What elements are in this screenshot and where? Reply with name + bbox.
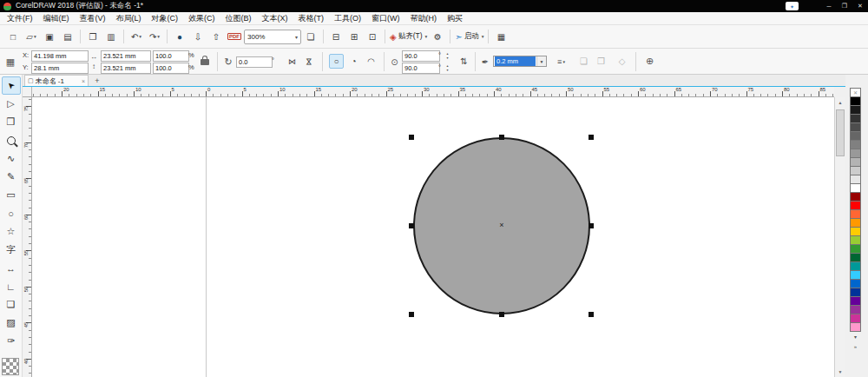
scrollbar-thumb[interactable] <box>836 109 845 156</box>
palette-flyout-button[interactable]: » <box>850 341 861 351</box>
show-rulers-button[interactable]: ⊟ <box>327 29 345 45</box>
freehand-tool[interactable]: ∿ <box>2 149 21 168</box>
x-position-field[interactable]: 41.198 mm <box>31 50 89 62</box>
show-grid-button[interactable]: ⊞ <box>345 29 363 45</box>
selection-handle[interactable] <box>409 135 414 140</box>
transparency-tool[interactable]: ▨ <box>2 314 21 332</box>
selection-handle[interactable] <box>499 135 504 140</box>
parallel-dimension-tool[interactable]: ↔ <box>2 259 21 277</box>
rotation-angle-field[interactable]: 0.0 <box>236 56 273 68</box>
color-swatch[interactable] <box>850 322 861 332</box>
ellipse-mode-button[interactable]: ○ <box>329 54 344 69</box>
change-direction-button[interactable]: ⇅ <box>457 54 471 69</box>
object-height-field[interactable]: 23.521 mm <box>101 63 151 74</box>
menu-item[interactable]: 编辑(E) <box>38 13 75 24</box>
dropdown-arrow-icon[interactable]: ▼ <box>536 56 546 66</box>
scroll-up-button[interactable]: ▲ <box>835 97 845 108</box>
show-guidelines-button[interactable]: ⊡ <box>364 29 381 45</box>
to-front-button[interactable]: ❏ <box>576 54 591 69</box>
horizontal-ruler[interactable]: 2015105051015202530354045505560657075808… <box>32 87 834 97</box>
lock-ratio-icon[interactable] <box>201 59 209 65</box>
outline-width-value[interactable]: 0.2 mm <box>495 56 536 66</box>
palette-scroll-down-button[interactable]: ▾ <box>850 332 861 341</box>
redo-button[interactable]: ↷▾ <box>146 29 163 45</box>
ellipse-tool[interactable]: ○ <box>2 204 21 222</box>
selection-handle[interactable] <box>409 223 414 228</box>
selection-handle[interactable] <box>589 223 594 228</box>
convert-to-curves-button[interactable]: ◇ <box>615 54 629 69</box>
to-back-button[interactable]: ❐ <box>594 54 608 69</box>
publish-pdf-button[interactable]: PDF <box>226 29 243 45</box>
vertical-ruler[interactable]: 7570656055504540 <box>23 97 32 377</box>
paste-button[interactable]: ▥ <box>102 29 120 45</box>
tab-untitled-document[interactable]: ▢ 未命名 -1 × <box>24 75 89 86</box>
scroll-down-button[interactable]: ▼ <box>835 367 845 377</box>
start-angle-spinner[interactable]: ▴▾ <box>444 50 450 60</box>
pie-mode-button[interactable]: ◔ <box>346 54 361 69</box>
tab-close-icon[interactable]: × <box>82 78 85 84</box>
launch-button[interactable]: ➣启动▾ <box>454 29 484 45</box>
import-button[interactable]: ⇩ <box>189 29 207 45</box>
ruler-origin-corner[interactable] <box>23 87 32 97</box>
open-button[interactable]: ▱▾ <box>23 29 40 45</box>
copy-button[interactable]: ❐ <box>84 29 102 45</box>
object-width-field[interactable]: 23.521 mm <box>101 50 151 62</box>
rectangle-tool[interactable]: ▭ <box>2 186 21 204</box>
menu-item[interactable]: 效果(C) <box>183 13 220 24</box>
text-tool[interactable]: 字 <box>2 241 21 259</box>
zoom-tool[interactable] <box>2 131 21 149</box>
menu-item[interactable]: 查看(V) <box>75 13 111 24</box>
eyedropper-tool[interactable]: ✑ <box>2 332 21 350</box>
minimize-button[interactable]: ─ <box>821 0 837 12</box>
print-button[interactable]: ▤ <box>59 29 76 45</box>
polygon-tool[interactable]: ☆ <box>2 222 21 241</box>
menu-item[interactable]: 位图(B) <box>220 13 257 24</box>
menu-item[interactable]: 文本(X) <box>257 13 293 24</box>
new-document-button[interactable]: □ <box>4 29 22 45</box>
scale-vertical-field[interactable]: 100.0 <box>153 63 189 74</box>
no-fill-color-well[interactable] <box>2 358 19 375</box>
mirror-horizontal-button[interactable]: ⋈ <box>285 54 299 69</box>
menu-item[interactable]: 文件(F) <box>2 13 38 24</box>
menu-item[interactable]: 对象(C) <box>147 13 184 24</box>
start-angle-field[interactable]: 90.0 <box>402 50 440 62</box>
scale-horizontal-field[interactable]: 100.0 <box>153 50 189 62</box>
wrap-text-button[interactable]: ≡▾ <box>554 54 569 69</box>
maximize-button[interactable]: ❐ <box>837 0 852 12</box>
app-launcher-button[interactable]: ▦ <box>492 29 510 45</box>
menu-item[interactable]: 布局(L) <box>111 13 147 24</box>
menu-item[interactable]: 购买 <box>442 13 468 24</box>
new-tab-button[interactable]: + <box>92 76 102 85</box>
pick-tool[interactable]: ➤ <box>2 76 21 95</box>
quick-customize-button[interactable]: ⊕ <box>642 54 657 69</box>
shape-tool[interactable]: ▷ <box>2 95 21 113</box>
crop-tool[interactable]: ❒ <box>2 113 21 131</box>
y-position-field[interactable]: 28.1 mm <box>31 63 89 74</box>
selection-handle[interactable] <box>589 135 594 140</box>
canvas[interactable]: × <box>32 97 834 377</box>
artistic-media-tool[interactable]: ✎ <box>2 168 21 186</box>
save-button[interactable]: ▣ <box>41 29 58 45</box>
menu-item[interactable]: 帮助(H) <box>405 13 443 24</box>
export-button[interactable]: ⇧ <box>207 29 225 45</box>
mirror-vertical-button[interactable]: ⋈ <box>301 54 316 69</box>
close-button[interactable]: ✕ <box>852 0 868 12</box>
snap-to-button[interactable]: ◈贴齐(T)▾ <box>389 29 428 45</box>
selection-handle[interactable] <box>589 312 594 317</box>
drop-shadow-tool[interactable]: ❏ <box>2 295 21 314</box>
vertical-scrollbar[interactable]: ▲ ▼ <box>834 97 845 377</box>
selection-handle[interactable] <box>499 312 504 317</box>
outline-width-combo[interactable]: 0.2 mm ▼ <box>493 56 547 67</box>
sign-in-icon[interactable]: ✦ <box>786 2 799 10</box>
full-screen-button[interactable]: ❏ <box>302 29 319 45</box>
menu-item[interactable]: 表格(T) <box>293 13 330 24</box>
dropdown-arrow-icon[interactable]: ▾ <box>295 34 298 40</box>
connector-tool[interactable]: ∟ <box>2 277 21 295</box>
end-angle-field[interactable]: 90.0 <box>402 63 440 74</box>
arc-mode-button[interactable]: ◠ <box>364 54 378 69</box>
undo-button[interactable]: ↶▾ <box>128 29 145 45</box>
menu-item[interactable]: 工具(O) <box>329 13 366 24</box>
end-angle-spinner[interactable]: ▴▾ <box>444 63 450 72</box>
menu-item[interactable]: 窗口(W) <box>366 13 405 24</box>
options-button[interactable]: ⚙ <box>429 29 446 45</box>
